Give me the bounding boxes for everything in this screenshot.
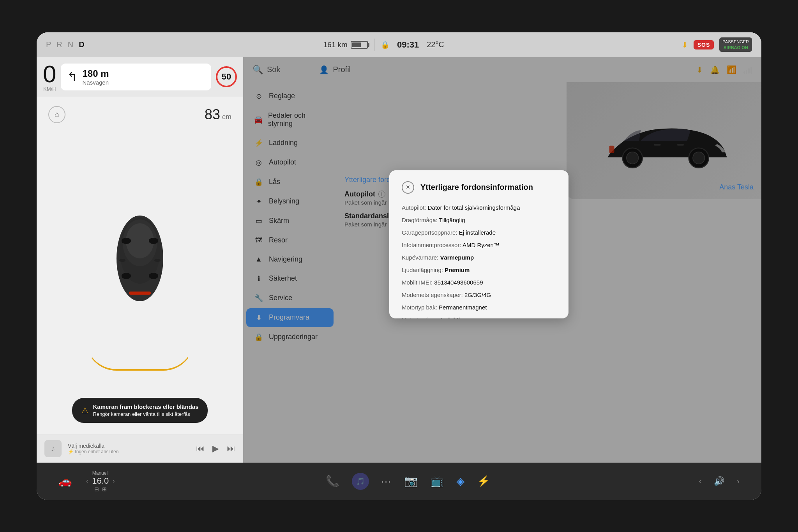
prev-track-button[interactable]: ⏮ [196, 444, 205, 454]
more-taskbar-button[interactable]: ··· [375, 476, 398, 487]
modal-row-2: Garageportsöppnare: Ej installerade [402, 226, 556, 239]
dropbox-icon: ◈ [456, 475, 465, 488]
temp-mode-label: Manuell [92, 470, 109, 476]
nav-panel: ↰ 180 m Näsvägen [61, 64, 211, 90]
bluetooth-icon-taskbar: ⚡ [477, 475, 490, 487]
play-button[interactable]: ▶ [212, 444, 219, 454]
more-icon: ··· [381, 476, 392, 487]
nav-arrow-icon: ↰ [67, 69, 78, 84]
gear-n[interactable]: N [68, 40, 75, 49]
modal-row-5: Ljudanläggning: Premium [402, 264, 556, 276]
media-info: Välj mediekälla ⚡ Ingen enhet ansluten [68, 443, 190, 454]
media-device-icon: ⚡ [68, 449, 74, 454]
taskbar: 🚗 Manuell ‹ 16.0 › ⊟ ⊞ 📞 🎵 ··· [37, 463, 761, 500]
warning-text: Kameran fram blockeras eller bländas Ren… [93, 403, 199, 418]
modal-row-3: Infotainmentprocessor: AMD Ryzen™ [402, 239, 556, 251]
modal-overlay: × Ytterligare fordonsinformation Autopil… [243, 57, 761, 463]
sos-button[interactable]: SOS [694, 40, 714, 49]
camera-warning: ⚠ Kameran fram blockeras eller bländas R… [72, 398, 208, 422]
car-icon: 🚗 [58, 475, 72, 488]
clearance-value: 83 cm [205, 106, 231, 123]
modal-header: × Ytterligare fordonsinformation [402, 181, 556, 194]
seat-heat-icon: ⊟ [94, 486, 99, 492]
car-model-svg [101, 204, 179, 313]
camera-icon: 📷 [404, 475, 418, 488]
speed-display: 0 KM/H [43, 62, 56, 92]
modal-row-6: Mobilt IMEI: 351340493600659 [402, 276, 556, 289]
lock-icon: 🔒 [381, 41, 389, 49]
car-3d-view [44, 123, 235, 394]
svg-point-7 [122, 273, 131, 279]
modal-row-1: Dragförmåga: Tillgänglig [402, 214, 556, 226]
dropbox-taskbar-button[interactable]: ◈ [450, 475, 471, 488]
clearance-unit: cm [220, 113, 231, 121]
camera-taskbar-button[interactable]: 📷 [398, 475, 424, 488]
speed-limit-sign: 50 [216, 66, 237, 87]
range-value: 161 km [323, 41, 348, 49]
gear-selector[interactable]: P R N D [46, 40, 86, 49]
modal-row-0: Autopilot: Dator för total självkörnings… [402, 201, 556, 214]
speed-unit: KM/H [43, 86, 56, 92]
nav-distance: 180 m [82, 68, 109, 79]
taskbar-arrow-right[interactable]: › [731, 477, 746, 486]
warning-icon: ⚠ [81, 406, 88, 415]
next-track-button[interactable]: ⏭ [227, 444, 235, 454]
outside-temp: 22°C [427, 40, 444, 49]
modal-title: Ytterligare fordonsinformation [420, 183, 533, 192]
top-center-info: 🔒 09:31 22°C [381, 40, 444, 50]
media-icon-inner: 🎵 [356, 477, 365, 486]
main-screen: P R N D 161 km 🔒 09:31 22°C ⬇ SOS PASSEN… [37, 32, 761, 500]
temp-next-button[interactable]: › [113, 477, 115, 484]
airflow-icon: ⊞ [102, 486, 107, 492]
svg-point-9 [122, 238, 131, 244]
nav-info: 180 m Näsvägen [82, 68, 109, 86]
gear-p[interactable]: P [46, 40, 53, 49]
phone-icon: 📞 [326, 475, 339, 488]
gear-r[interactable]: R [56, 40, 64, 49]
modal-row-8: Motortyp bak: Permanentmagnet [402, 301, 556, 314]
temp-prev-button[interactable]: ‹ [86, 477, 88, 484]
svg-point-8 [149, 273, 158, 279]
right-panel: 🔍 Sök 👤 Profil ⬇ 🔔 📶 [243, 57, 761, 463]
home-button[interactable]: ⌂ [48, 106, 65, 123]
proximity-arc [85, 339, 194, 371]
temperature-control[interactable]: Manuell ‹ 16.0 › ⊟ ⊞ [78, 470, 122, 492]
phone-taskbar-button[interactable]: 📞 [320, 475, 346, 488]
svg-rect-4 [129, 292, 151, 295]
clock: 09:31 [397, 40, 419, 50]
temp-value: 16.0 [92, 476, 109, 486]
battery-icon [351, 41, 368, 49]
temp-icons: ⊟ ⊞ [94, 486, 107, 492]
modal-close-button[interactable]: × [402, 181, 414, 194]
volume-icon: 🔊 [714, 476, 724, 486]
passenger-airbag-indicator: PASSENGER AIRBAG ON [719, 37, 752, 52]
download-icon[interactable]: ⬇ [681, 40, 688, 49]
range-display: 161 km [323, 41, 368, 49]
nav-road: Näsvägen [82, 79, 109, 86]
modal-row-9: Motortyp fram: Induktion [402, 314, 556, 318]
volume-control[interactable]: 🔊 [708, 476, 731, 486]
modal-row-7: Modemets egenskaper: 2G/3G/4G [402, 289, 556, 301]
media-circle-icon: 🎵 [352, 473, 369, 490]
media-controls[interactable]: ⏮ ▶ ⏭ [196, 444, 235, 454]
left-panel: 0 KM/H ↰ 180 m Näsvägen 50 ⌂ [37, 57, 243, 463]
media-taskbar-button[interactable]: 🎵 [346, 473, 375, 490]
vehicle-info-modal: × Ytterligare fordonsinformation Autopil… [389, 170, 568, 318]
car-visual-area: ⌂ 83 cm [37, 97, 243, 435]
left-arrow-icon: ‹ [699, 477, 702, 486]
car-taskbar-button[interactable]: 🚗 [52, 475, 78, 488]
modal-row-4: Kupévärmare: Värmepump [402, 251, 556, 264]
right-arrow-icon: › [737, 477, 740, 486]
top-status-bar: P R N D 161 km 🔒 09:31 22°C ⬇ SOS PASSEN… [37, 32, 761, 57]
svg-point-10 [149, 238, 158, 244]
taskbar-arrow-left[interactable]: ‹ [693, 477, 708, 486]
media-source-icon: ♪ [44, 440, 62, 457]
carplay-taskbar-button[interactable]: 📺 [424, 475, 450, 488]
gear-d[interactable]: D [79, 40, 86, 49]
speed-value: 0 [43, 62, 56, 86]
main-content: 0 KM/H ↰ 180 m Näsvägen 50 ⌂ [37, 57, 761, 463]
top-right-controls: ⬇ SOS PASSENGER AIRBAG ON [681, 37, 752, 52]
bluetooth-taskbar-button[interactable]: ⚡ [471, 475, 496, 487]
svg-point-5 [119, 259, 125, 262]
carplay-icon: 📺 [430, 475, 444, 488]
